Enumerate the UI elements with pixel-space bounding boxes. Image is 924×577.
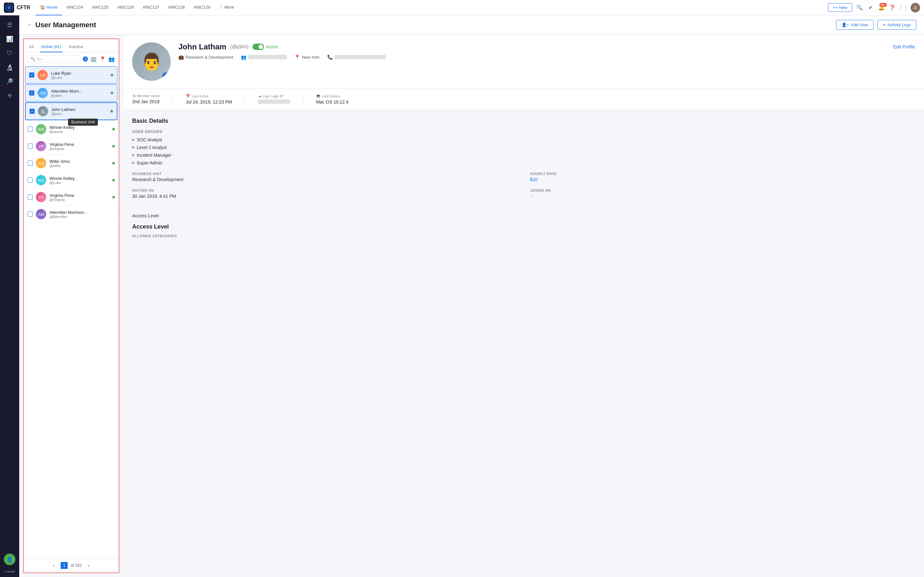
search-filter-bar: 🔍 Se... 3 🏢 📍 👥 [24,53,119,66]
user-checkbox[interactable] [29,90,34,95]
last-login-ip-value [258,99,290,104]
sidebar-intel-icon[interactable]: 🔬 [4,61,15,73]
logo-area: CFTR [4,3,31,13]
list-item[interactable]: AM Allenrllen Morri... @allen [25,84,118,102]
nav-tab-inc126[interactable]: #INC126 [113,0,138,15]
user-checkbox[interactable] [29,73,34,77]
nav-tab-more[interactable]: ⋮ More [215,0,238,15]
group-dot [132,147,134,148]
nav-tab-inc128[interactable]: #INC128 [164,0,189,15]
invited-on-value: 30 Jan 2019, 4:41 PM [132,193,517,199]
list-item[interactable]: WK Winnie Kelley @Luke [24,172,119,189]
group-item: Super Admin [132,160,915,165]
hourly-rate-field: HOURLY RATE $10 [530,172,915,182]
edit-profile-button[interactable]: Edit Profile [893,44,915,49]
nav-tab-inc125[interactable]: #INC125 [87,0,113,15]
pagination: ‹ 1 of 152 › [24,558,119,572]
sidebar-biohazard-icon[interactable]: ☣ [4,90,15,101]
user-avatar-sm: WK [36,175,46,185]
list-item[interactable]: VP Virginia Pena @virginia [24,138,119,155]
online-indicator [112,179,115,181]
user-checkbox[interactable] [29,109,35,114]
tasks-icon[interactable]: ✔ [867,4,874,11]
stat-divider [245,94,245,105]
notifications-icon[interactable]: 🔔 99+ [878,4,885,11]
user-checkbox[interactable] [27,177,33,183]
online-indicator [111,74,113,76]
user-checkbox[interactable] [27,127,33,132]
add-user-button[interactable]: 👤+ Add User [836,20,874,30]
tab-active[interactable]: Active (81) [40,42,62,52]
profile-meta: 💼 Research & Development 👥 📍 New York [178,55,915,60]
plus-icon: + [833,5,835,10]
sidebar-incidents-icon[interactable]: 🛡 [4,47,15,59]
monitor-icon: 🖥 [132,94,136,98]
user-avatar-sm: LR [37,70,48,80]
user-checkbox[interactable] [27,143,33,149]
activity-logs-button[interactable]: ≡ Activity Logs [877,20,916,30]
nav-tab-inc129[interactable]: #INC129 [189,0,215,15]
group-item: Incident Manager [132,153,915,158]
edit-photo-button[interactable]: ✏ [162,73,170,79]
active-toggle[interactable] [252,44,264,50]
new-button[interactable]: + + New [828,3,852,12]
sidebar-user-icon[interactable]: 👤 [4,554,15,565]
list-item[interactable]: AM Allenrllen Morrison... @Allenrllen [24,206,119,223]
last-active-value: Jul 24, 2019, 12:23 PM [186,99,232,105]
tab-inactive[interactable]: Inactive [68,42,85,52]
cyware-logo-icon [4,3,14,13]
online-indicator [112,128,115,131]
apps-grid-icon[interactable]: ⋮⋮ [900,4,907,11]
help-icon[interactable]: ❓ [889,4,896,11]
location-filter[interactable]: 📍 [99,56,106,62]
user-avatar[interactable]: JL [911,3,920,13]
business-unit-filter[interactable]: 🏢 [90,56,97,62]
business-unit-tooltip: Business Unit [68,119,98,126]
list-item[interactable]: LR Luke Ryan @Luke [25,66,118,84]
last-active-stat: 📅 Last Active Jul 24, 2019, 12:23 PM [186,94,232,105]
filter-count-badge[interactable]: 3 [83,56,88,61]
user-avatar-sm: AM [37,88,48,98]
sidebar-search-icon[interactable]: 🔎 [4,76,15,87]
online-indicator [112,145,115,147]
page-title: User Management [35,21,96,29]
list-item[interactable]: VP Virginia Pena @Virginia [24,189,119,206]
user-info: Allenrllen Morri... @allen [51,89,107,97]
member-since-stat: 🖥 Member Since 2nd Jan 2019 [132,94,160,105]
cloud-icon: ☁ [258,94,262,98]
prev-page-button[interactable]: ‹ [50,562,57,569]
activity-logs-icon: ≡ [883,23,885,27]
list-item[interactable]: WS Willie Sims @willie [24,155,119,172]
user-info: Winnie Kelley @winnie [49,125,109,134]
next-page-button[interactable]: › [85,562,93,569]
sidebar-menu-icon[interactable]: ☰ [4,19,15,31]
member-since-value: 2nd Jan 2019 [132,99,160,104]
nav-tab-home[interactable]: 🏠 Home [36,0,62,15]
sidebar-dashboard-icon[interactable]: 📊 [4,33,15,45]
back-button[interactable]: ← [27,21,33,28]
user-search-box[interactable]: 🔍 Se... [27,55,80,63]
search-icon[interactable]: 🔍 [856,4,863,11]
user-checkbox[interactable] [27,161,33,166]
allowed-categories-label: ALLOWED CATEGORIES [132,234,915,238]
business-unit-value: Research & Development [132,177,517,182]
group-icon: 👥 [241,55,246,60]
user-groups-section: USER GROUPS SOC Analyst Level 2 Analyst … [132,129,915,165]
user-checkbox[interactable] [27,195,33,200]
list-item[interactable]: JL John Latham @john [25,102,118,120]
nav-tab-inc127[interactable]: #INC127 [138,0,164,15]
status-text: Active [266,44,278,49]
user-info: Willie Sims @willie [49,159,109,168]
nav-tabs: 🏠 Home #INC124 #INC125 #INC126 #INC127 #… [36,0,829,15]
user-checkbox[interactable] [27,211,33,217]
location-meta: 📍 New York [294,55,320,60]
user-info: John Latham @john [51,107,107,116]
header-actions: 👤+ Add User ≡ Activity Logs [836,20,916,30]
last-device-value: Mac OS 10.12.4 [316,99,349,105]
current-page[interactable]: 1 [61,562,68,569]
online-indicator [111,92,113,94]
access-level-title: Access Level [132,207,915,218]
tab-all[interactable]: All [27,42,35,52]
group-filter[interactable]: 👥 [108,56,115,62]
nav-tab-inc124[interactable]: #INC124 [62,0,87,15]
